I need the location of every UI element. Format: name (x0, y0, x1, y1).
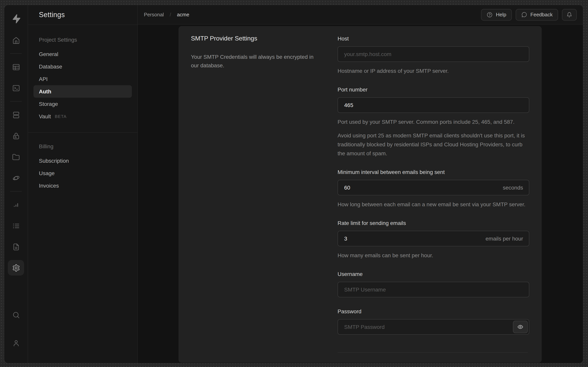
storage-icon[interactable] (8, 149, 24, 165)
rate-limit-label: Rate limit for sending emails (338, 219, 529, 227)
database-icon[interactable] (8, 107, 24, 123)
port-input[interactable] (338, 97, 529, 113)
port-helper-text: Avoid using port 25 as modern SMTP email… (338, 131, 529, 158)
feedback-button[interactable]: Feedback (516, 9, 558, 20)
rail-bottom (8, 307, 24, 356)
feedback-button-label: Feedback (531, 12, 553, 17)
sidebar-item-label: Subscription (39, 158, 69, 164)
host-input-wrap (338, 46, 529, 62)
breadcrumb: Personal / acme (144, 12, 189, 17)
settings-content: SMTP Provider Settings Your SMTP Credent… (138, 25, 583, 363)
sidebar-section-label: Project Settings (33, 37, 132, 43)
field-group-minimum-interval: Minimum interval between emails being se… (338, 168, 529, 209)
app-window: Settings Project SettingsGeneralDatabase… (4, 5, 583, 364)
user-icon[interactable] (8, 335, 24, 351)
main-area: Personal / acme Help Feedback (138, 5, 583, 363)
minimum-interval-label: Minimum interval between emails being se… (338, 168, 529, 176)
port-helper-text: Port used by your SMTP server. Common po… (338, 117, 529, 126)
sidebar-item-api[interactable]: API (33, 73, 132, 85)
field-group-host: HostHostname or IP address of your SMTP … (338, 35, 529, 75)
smtp-section-description: Your SMTP Credentials will always be enc… (191, 52, 319, 70)
feedback-icon (521, 11, 527, 18)
field-group-password: Password (338, 308, 529, 335)
table-editor-icon[interactable] (8, 59, 24, 75)
settings-sidebar: Settings Project SettingsGeneralDatabase… (28, 5, 138, 363)
docs-icon[interactable] (8, 239, 24, 255)
sidebar-section-divider (28, 132, 137, 133)
sidebar-item-label: Usage (39, 170, 55, 176)
search-icon[interactable] (8, 307, 24, 323)
sidebar-item-storage[interactable]: Storage (33, 98, 132, 110)
minimum-interval-input[interactable] (338, 180, 529, 195)
port-label: Port number (338, 86, 529, 93)
sidebar-nav: Project SettingsGeneralDatabaseAPIAuthSt… (28, 25, 137, 192)
password-input-wrap (338, 319, 529, 335)
username-input[interactable] (338, 282, 529, 297)
breadcrumb-project[interactable]: acme (177, 12, 189, 17)
sidebar-item-vault[interactable]: VaultBETA (33, 110, 132, 123)
sidebar-item-label: Invoices (39, 183, 59, 189)
host-input[interactable] (338, 46, 529, 62)
rail-divider (10, 191, 22, 192)
sql-editor-icon[interactable] (8, 80, 24, 96)
host-label: Host (338, 35, 529, 42)
smtp-section-intro: SMTP Provider Settings Your SMTP Credent… (191, 35, 319, 345)
sidebar-item-auth[interactable]: Auth (33, 85, 132, 98)
bell-icon (566, 11, 572, 18)
sidebar-item-subscription[interactable]: Subscription (33, 155, 132, 167)
minimum-interval-helper-text: How long between each email can a new em… (338, 200, 529, 209)
topbar-actions: Help Feedback (481, 9, 577, 20)
sidebar-item-label: Storage (39, 101, 58, 107)
page-background: Settings Project SettingsGeneralDatabase… (0, 0, 588, 367)
help-icon (486, 11, 493, 18)
field-group-rate-limit: Rate limit for sending emailsemails per … (338, 219, 529, 260)
sidebar-item-database[interactable]: Database (33, 60, 132, 73)
reveal-password-button[interactable] (513, 321, 528, 333)
help-button-label: Help (496, 12, 506, 17)
home-icon[interactable] (8, 32, 24, 48)
sidebar-item-label: API (39, 76, 48, 82)
rate-limit-input-wrap: emails per hour (338, 231, 529, 246)
topbar: Personal / acme Help Feedback (138, 5, 583, 25)
smtp-settings-card: SMTP Provider Settings Your SMTP Credent… (178, 26, 542, 363)
breadcrumb-org[interactable]: Personal (144, 12, 164, 17)
rail-divider (10, 101, 22, 101)
minimum-interval-input-wrap: seconds (338, 180, 529, 195)
settings-icon[interactable] (8, 260, 24, 275)
username-label: Username (338, 270, 529, 278)
port-input-wrap (338, 97, 529, 113)
sidebar-item-invoices[interactable]: Invoices (33, 179, 132, 192)
rate-limit-input[interactable] (338, 231, 529, 246)
edge-functions-icon[interactable] (8, 170, 24, 186)
rail-nav (4, 32, 28, 281)
logs-icon[interactable] (8, 218, 24, 234)
username-input-wrap (338, 282, 529, 297)
rate-limit-helper-text: How many emails can be sent per hour. (338, 251, 529, 260)
sidebar-title: Settings (28, 5, 137, 25)
smtp-form: HostHostname or IP address of your SMTP … (338, 35, 529, 345)
sidebar-item-label: Auth (39, 88, 51, 95)
sidebar-item-label: Database (39, 63, 62, 70)
auth-icon[interactable] (8, 128, 24, 144)
eye-icon (517, 324, 524, 330)
card-footer-divider (338, 352, 528, 353)
host-helper-text: Hostname or IP address of your SMTP serv… (338, 67, 529, 75)
help-button[interactable]: Help (481, 9, 512, 20)
sidebar-item-usage[interactable]: Usage (33, 167, 132, 179)
password-input[interactable] (338, 319, 529, 335)
sidebar-section-label: Billing (33, 143, 132, 150)
rail-divider (10, 53, 22, 54)
sidebar-item-label: Vault (39, 113, 51, 119)
icon-rail (4, 5, 28, 363)
sidebar-item-general[interactable]: General (33, 48, 132, 60)
password-label: Password (338, 308, 529, 315)
sidebar-item-label: General (39, 51, 58, 57)
field-group-port: Port numberPort used by your SMTP server… (338, 86, 529, 158)
notifications-button[interactable] (562, 9, 577, 20)
supabase-logo-icon[interactable] (11, 14, 21, 24)
beta-badge: BETA (55, 114, 67, 119)
field-group-username: Username (338, 270, 529, 297)
smtp-section-title: SMTP Provider Settings (191, 35, 319, 42)
reports-icon[interactable] (8, 197, 24, 212)
breadcrumb-separator: / (170, 12, 171, 17)
